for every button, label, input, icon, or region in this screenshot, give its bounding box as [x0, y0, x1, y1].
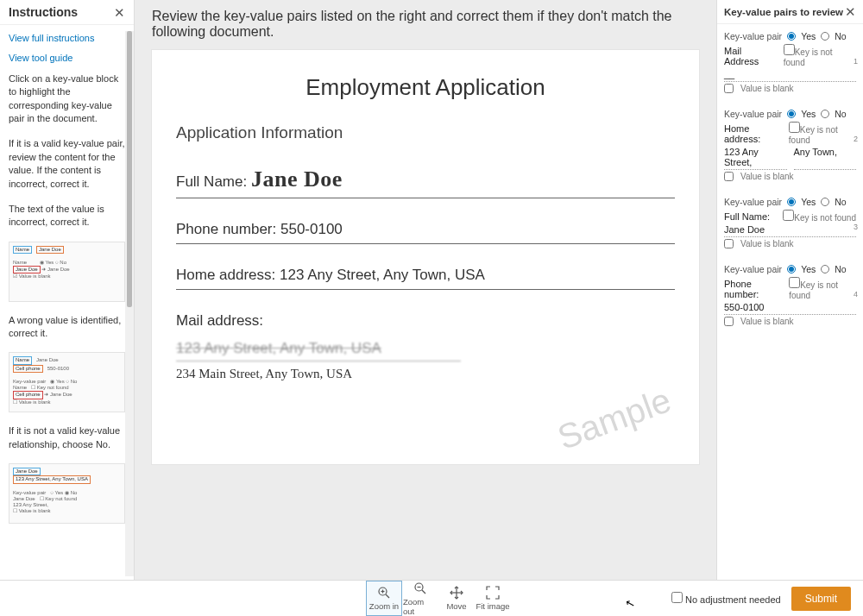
instructions-p1: Click on a key-value block to highlight … — [9, 72, 125, 126]
kv4-keynotfound-checkbox[interactable] — [789, 277, 800, 288]
kv-pair-label: Key-value pair — [724, 264, 782, 274]
kv3-value[interactable]: Jane Doe — [724, 224, 856, 237]
fullname-value: Jane Doe — [251, 167, 343, 192]
kv4-yes-radio[interactable] — [787, 265, 796, 273]
kv3-keynotfound-checkbox[interactable] — [783, 210, 794, 221]
kv2-no-radio[interactable] — [821, 110, 829, 118]
no-label: No — [835, 109, 846, 119]
kv3-yes-radio[interactable] — [787, 198, 796, 206]
kv1-key: Mail Address — [724, 46, 778, 66]
kv-block-4[interactable]: Key-value pair Yes No Phone number: Key … — [724, 264, 856, 326]
kv4-index: 4 — [854, 290, 858, 299]
kv2-key: Home address: — [724, 123, 784, 144]
instructions-body: View full instructions View tool guide C… — [0, 25, 134, 577]
example-image-1: Name Jane Doe Name ◉ Yes ○ No Jaue Doe ➜… — [9, 242, 125, 302]
doc-section: Application Information — [176, 123, 675, 142]
kv1-value[interactable]: __ — [724, 69, 856, 82]
view-full-link[interactable]: View full instructions — [9, 32, 125, 45]
kv3-blank-checkbox[interactable] — [724, 239, 734, 248]
document-area: Review the key-value pairs listed on the… — [135, 0, 716, 580]
kv1-keynotfound-checkbox[interactable] — [784, 44, 795, 55]
kv-pair-label: Key-value pair — [724, 109, 782, 119]
zoom-out-label: Zoom out — [403, 597, 438, 616]
home-field: Home address: 123 Any Street, Any Town, … — [176, 260, 675, 290]
zoom-in-button[interactable]: Zoom in — [366, 581, 402, 616]
zoom-out-button[interactable]: Zoom out — [402, 581, 438, 616]
no-label: No — [835, 197, 846, 207]
close-icon[interactable]: ✕ — [845, 5, 856, 18]
fit-button[interactable]: Fit image — [475, 581, 511, 616]
close-icon[interactable]: ✕ — [114, 6, 125, 19]
fit-icon — [486, 586, 500, 600]
zoom-out-icon — [413, 581, 427, 595]
move-icon — [450, 586, 463, 600]
example-image-3: Jane Doe 123 Any Street, Any Town, USA K… — [9, 463, 125, 524]
view-tool-guide-link[interactable]: View tool guide — [9, 52, 125, 65]
kv-pair-label: Key-value pair — [724, 31, 782, 41]
home-label: Home address — [176, 267, 272, 283]
footer-right: No adjustment needed Submit — [671, 581, 863, 616]
footer: Zoom in Zoom out Move Fit image No adjus… — [0, 580, 863, 616]
mail-field: Mail address: — [176, 305, 675, 335]
instructions-p4: A wrong value is identified, correct it. — [9, 314, 125, 341]
kv3-key: Full Name: — [724, 211, 770, 222]
instructions-p3: The text of the value is incorrect, corr… — [9, 203, 125, 229]
review-panel: Key-value pairs to review ✕ Key-value pa… — [716, 0, 863, 580]
mail-struck: 123 Any Street, Any Town, USA — [176, 340, 461, 361]
value-blank-label: Value is blank — [740, 239, 794, 248]
yes-label: Yes — [801, 197, 816, 207]
instructions-title: Instructions — [9, 5, 78, 19]
kv-pair-label: Key-value pair — [724, 197, 782, 207]
svg-line-5 — [422, 590, 425, 594]
kv2-index: 2 — [854, 135, 858, 143]
review-header: Key-value pairs to review ✕ — [717, 0, 863, 24]
no-adjustment-label[interactable]: No adjustment needed — [671, 592, 781, 605]
sample-watermark: Sample — [553, 380, 677, 457]
instructions-header: Instructions ✕ — [0, 0, 134, 25]
kv-block-3[interactable]: Key-value pair Yes No Full Name: Key is … — [724, 197, 856, 248]
no-label: No — [835, 31, 846, 41]
kv2-blank-checkbox[interactable] — [724, 172, 734, 181]
kv-block-1[interactable]: Key-value pair Yes No Mail Address Key i… — [724, 31, 856, 93]
instructions-p5: If it is not a valid key-value relations… — [9, 424, 125, 451]
instructions-panel: Instructions ✕ View full instructions Vi… — [0, 0, 135, 580]
zoom-in-icon — [377, 586, 391, 600]
kv2-keynotfound-checkbox[interactable] — [789, 122, 800, 133]
mail-label: Mail address: — [176, 312, 263, 329]
kv3-index: 3 — [854, 223, 858, 231]
phone-value: 550-0100 — [280, 221, 343, 237]
submit-button[interactable]: Submit — [791, 587, 851, 611]
kv4-value[interactable]: 550-0100 — [724, 302, 856, 315]
document[interactable]: Employment Application Application Infor… — [152, 50, 699, 464]
scrollbar[interactable] — [125, 31, 134, 576]
kv3-no-radio[interactable] — [821, 198, 829, 206]
doc-title: Employment Application — [176, 74, 675, 101]
no-adjust-text: No adjustment needed — [685, 594, 781, 605]
fit-label: Fit image — [476, 601, 509, 611]
yes-label: Yes — [801, 109, 816, 119]
home-value: 123 Any Street, Any Town, USA — [280, 267, 485, 283]
kv1-blank-checkbox[interactable] — [724, 84, 734, 93]
instructions-p2: If it is a valid key-value pair, review … — [9, 137, 125, 191]
move-label: Move — [446, 601, 466, 611]
phone-label: Phone number — [176, 221, 273, 237]
move-button[interactable]: Move — [438, 581, 475, 616]
no-label: No — [835, 264, 846, 274]
fullname-label: Full Name: — [176, 173, 247, 190]
svg-line-1 — [386, 594, 389, 598]
kv2-value-a[interactable]: 123 Any Street, — [724, 147, 787, 170]
kv4-blank-checkbox[interactable] — [724, 317, 734, 326]
kv2-value-b[interactable]: Any Town, — [794, 147, 857, 170]
value-blank-label: Value is blank — [740, 172, 794, 181]
kv-block-2[interactable]: Key-value pair Yes No Home address: Key … — [724, 109, 856, 181]
kv1-yes-radio[interactable] — [787, 32, 796, 41]
review-body: Key-value pair Yes No Mail Address Key i… — [717, 24, 863, 349]
no-adjustment-checkbox[interactable] — [671, 592, 683, 603]
kv2-yes-radio[interactable] — [787, 110, 796, 118]
kv1-no-radio[interactable] — [821, 32, 829, 41]
kv1-index: 1 — [854, 57, 858, 66]
example-image-2: Name Jane Doe Cell phone 550-0100 Key-va… — [9, 352, 125, 412]
scrollbar-thumb[interactable] — [127, 31, 132, 307]
kv4-no-radio[interactable] — [821, 265, 829, 273]
zoom-in-label: Zoom in — [369, 601, 399, 611]
